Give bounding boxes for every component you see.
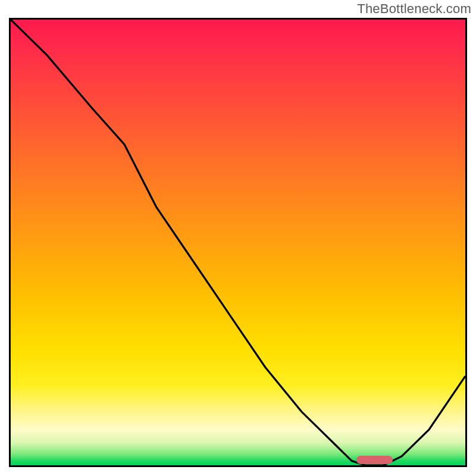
optimum-marker — [356, 456, 393, 464]
watermark-text: TheBottleneck.com — [357, 1, 471, 17]
chart-canvas: TheBottleneck.com — [0, 0, 476, 476]
curve-path — [11, 20, 465, 465]
plot-area — [9, 18, 467, 467]
bottleneck-curve — [11, 20, 465, 465]
